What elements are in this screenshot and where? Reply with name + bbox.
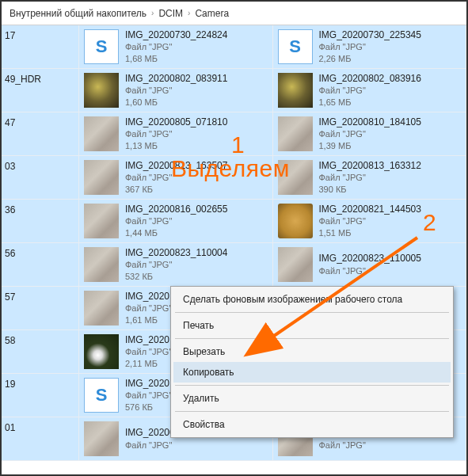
partial-item[interactable]: 56	[2, 243, 79, 287]
file-name: IMG_20200821_144503	[319, 203, 421, 215]
menu-delete[interactable]: Удалить	[173, 388, 451, 409]
file-type: Файл "JPG"	[125, 346, 172, 358]
file-name: IMG_20200823_110005	[319, 252, 421, 265]
file-thumbnail	[278, 116, 313, 151]
file-name: IMG_20200810_184105	[319, 116, 421, 128]
chevron-right-icon: ›	[150, 9, 155, 17]
file-type: Файл "JPG"	[125, 440, 227, 451]
file-item[interactable]: IMG_20200813_163312Файл "JPG"390 КБ	[273, 156, 467, 200]
file-type: Файл "JPG"	[319, 215, 421, 227]
file-type: Файл "JPG"	[125, 128, 227, 140]
file-type: Файл "JPG"	[125, 172, 227, 184]
file-size: 1,60 МБ	[125, 97, 227, 109]
file-thumbnail	[278, 247, 313, 282]
file-type: Файл "JPG"	[319, 41, 421, 53]
file-size: 390 КБ	[319, 184, 421, 196]
file-name: IMG_2020	[125, 377, 172, 390]
file-meta: IMG_20200730_224824 Файл "JPG" 1,68 МБ	[125, 29, 227, 65]
file-name: IMG_20200805_071810	[125, 116, 227, 128]
chevron-right-icon: ›	[186, 9, 192, 17]
item-suffix: 19	[5, 379, 15, 390]
crumb-camera[interactable]: Camera	[192, 8, 232, 19]
file-thumbnail	[84, 116, 119, 151]
partial-item[interactable]: 47	[2, 112, 79, 156]
file-type: Файл "JPG"	[319, 440, 421, 451]
menu-print[interactable]: Печать	[173, 315, 451, 336]
item-suffix: 47	[5, 117, 15, 128]
file-thumbnail	[84, 334, 119, 369]
file-type: Файл "JPG"	[125, 41, 227, 53]
file-size: 576 КБ	[125, 402, 172, 413]
file-item[interactable]: IMG_20200816_002655Файл "JPG"1,44 МБ	[79, 200, 273, 243]
file-thumbnail	[84, 247, 119, 282]
file-name: IMG_20200823_110004	[125, 246, 227, 259]
menu-cut[interactable]: Вырезать	[173, 341, 451, 362]
partial-item[interactable]: 19	[2, 374, 79, 417]
file-meta: IMG_20200730_225345 Файл "JPG" 2,26 МБ	[319, 29, 421, 65]
partial-item[interactable]: 17	[2, 25, 79, 69]
context-menu[interactable]: Сделать фоновым изображением рабочего ст…	[170, 286, 454, 438]
file-size: 2,11 МБ	[125, 358, 172, 370]
file-name: IMG_20200813_163507	[125, 159, 227, 172]
file-size: 1,61 МБ	[125, 314, 172, 326]
item-suffix: 03	[5, 161, 15, 172]
file-item[interactable]: IMG_20200730_225345 Файл "JPG" 2,26 МБ	[273, 25, 467, 69]
file-size: 532 КБ	[125, 271, 227, 283]
file-type: Файл "JPG"	[125, 85, 227, 97]
file-thumbnail	[84, 291, 119, 326]
file-thumbnail	[278, 204, 313, 238]
file-thumbnail	[278, 160, 313, 195]
file-thumbnail	[84, 204, 119, 238]
partial-item[interactable]: 57	[2, 287, 79, 330]
file-item[interactable]: IMG_20200802_083916Файл "JPG"1,65 МБ	[273, 69, 467, 112]
partial-item[interactable]: 01	[2, 417, 79, 461]
file-size: 1,13 МБ	[125, 140, 227, 152]
file-size: 1,39 МБ	[319, 140, 421, 152]
menu-set-wallpaper[interactable]: Сделать фоновым изображением рабочего ст…	[173, 289, 451, 310]
crumb-root[interactable]: Внутренний общий накопитель	[6, 8, 150, 19]
file-type: Файл "JPG"	[319, 85, 421, 97]
file-thumbnail	[84, 73, 119, 108]
item-suffix: 17	[5, 30, 15, 41]
file-name: IMG_20200813_163312	[319, 159, 421, 172]
file-type: Файл "JPG"	[125, 390, 172, 402]
item-suffix: 58	[5, 335, 15, 346]
item-suffix: 56	[5, 248, 15, 259]
crumb-dcim[interactable]: DCIM	[155, 8, 186, 19]
file-name: IMG_2020	[125, 333, 172, 346]
file-item[interactable]: IMG_20200730_224824 Файл "JPG" 1,68 МБ	[79, 25, 273, 69]
file-item[interactable]: IMG_20200810_184105Файл "JPG"1,39 МБ	[273, 112, 467, 156]
partial-item[interactable]: 49_HDR	[2, 69, 79, 112]
file-type: Файл "JPG"	[319, 265, 421, 277]
file-item[interactable]: IMG_20200821_144503Файл "JPG"1,51 МБ	[273, 200, 467, 243]
file-name: IMG_20200730_225345	[319, 29, 421, 41]
file-size: 1,44 МБ	[125, 227, 227, 239]
file-type: Файл "JPG"	[125, 215, 227, 227]
file-type: Файл "JPG"	[125, 303, 172, 314]
file-thumbnail	[278, 73, 313, 108]
file-size: 2,26 МБ	[319, 53, 421, 65]
partial-item[interactable]: 36	[2, 200, 79, 243]
menu-separator	[175, 312, 449, 313]
menu-copy[interactable]: Копировать	[173, 362, 451, 383]
file-item[interactable]: IMG_20200802_083911Файл "JPG"1,60 МБ	[79, 69, 273, 112]
menu-properties[interactable]: Свойства	[173, 414, 451, 435]
file-item[interactable]: IMG_20200823_110005Файл "JPG"	[273, 243, 467, 287]
file-size: 1,68 МБ	[125, 53, 227, 65]
file-type: Файл "JPG"	[319, 128, 421, 140]
file-item[interactable]: IMG_20200823_110004Файл "JPG"532 КБ	[79, 243, 273, 287]
item-suffix: 01	[5, 422, 15, 433]
menu-separator	[175, 338, 449, 339]
file-name: IMG_20200802_083916	[319, 72, 421, 85]
partial-item[interactable]: 58	[2, 330, 79, 374]
file-item[interactable]: IMG_20200813_163507Файл "JPG"367 КБ	[79, 156, 273, 200]
file-name: IMG_20200816_002655	[125, 203, 227, 215]
file-icon	[84, 378, 119, 413]
breadcrumb[interactable]: Внутренний общий накопитель › DCIM › Cam…	[2, 2, 466, 25]
file-item[interactable]: IMG_20200805_071810Файл "JPG"1,13 МБ	[79, 112, 273, 156]
file-icon	[84, 29, 119, 64]
file-icon	[278, 29, 313, 64]
file-size: 367 КБ	[125, 184, 227, 196]
partial-item[interactable]: 03	[2, 156, 79, 200]
file-name: IMG_20200730_224824	[125, 29, 227, 41]
